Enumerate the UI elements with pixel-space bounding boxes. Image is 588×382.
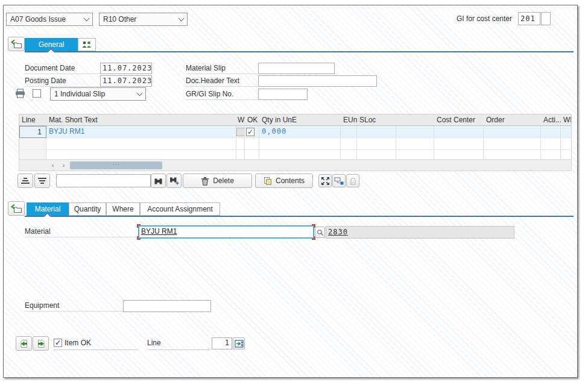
partners-icon: [81, 41, 92, 48]
w-checkbox: [236, 128, 245, 136]
delete-button[interactable]: Delete: [183, 174, 252, 188]
row1-wip-cell[interactable]: [561, 126, 572, 138]
empty-cell: [541, 150, 561, 159]
posting-date-field[interactable]: 11.07.2023: [100, 75, 152, 87]
row1-material-cell[interactable]: BYJU RM1: [46, 126, 236, 138]
material-slip-field[interactable]: [258, 63, 335, 74]
table-row: [19, 150, 571, 159]
contents-button[interactable]: Contents: [255, 174, 313, 188]
fullscreen-toggle-button[interactable]: [318, 174, 332, 187]
material-slip-label: Material Slip: [186, 63, 258, 74]
col-sloc[interactable]: SLoc: [357, 114, 396, 126]
find-next-button[interactable]: [166, 174, 182, 188]
doc-header-text-label: Doc.Header Text: [186, 75, 258, 87]
binoculars-plus-icon: [169, 177, 179, 185]
row1-sloc-cell[interactable]: [357, 126, 396, 138]
reference-select[interactable]: R10 Other: [99, 13, 188, 26]
empty-cell: [396, 138, 434, 150]
hierarchy-icon: [334, 177, 344, 185]
search-term-input[interactable]: [56, 174, 151, 187]
row1-cost-center-cell[interactable]: [434, 126, 484, 138]
empty-cell: [259, 150, 341, 159]
expand-arrows-icon: [321, 177, 330, 186]
col-line[interactable]: Line: [19, 114, 46, 126]
material-plant-value: 2830: [328, 228, 348, 236]
col-eun[interactable]: EUn: [341, 114, 357, 126]
material-input[interactable]: BYJU RM1: [138, 225, 314, 239]
tab-where[interactable]: Where: [106, 202, 140, 216]
row1-acti-cell[interactable]: [541, 126, 561, 138]
row1-ok-cell[interactable]: ✓: [245, 126, 259, 138]
material-search-help-button[interactable]: [315, 227, 325, 238]
material-label: Material: [25, 226, 138, 237]
line-label: Line: [147, 337, 161, 349]
find-button[interactable]: [151, 174, 166, 188]
document-date-field[interactable]: 11.07.2023: [100, 63, 152, 74]
individual-slip-select[interactable]: 1 Individual Slip: [50, 87, 146, 101]
items-table-header: Line Mat. Short Text W OK Qty in UnE EUn…: [19, 114, 571, 126]
equipment-field[interactable]: [123, 300, 211, 312]
empty-cell: [46, 138, 236, 150]
header-tabline: [25, 51, 574, 52]
previous-item-button[interactable]: [16, 336, 32, 351]
scroll-thumb[interactable]: ···: [70, 161, 162, 169]
tab-quantity[interactable]: Quantity: [69, 202, 106, 216]
col-ok[interactable]: OK: [245, 114, 259, 126]
action-select[interactable]: A07 Goods Issue: [6, 13, 93, 26]
row1-qty-cell[interactable]: 0,000: [259, 126, 341, 138]
search-icon: [317, 229, 324, 236]
posting-date-label: Posting Date: [25, 75, 100, 87]
sort-ascending-button[interactable]: [17, 174, 33, 188]
tab-partners[interactable]: [78, 38, 96, 51]
contents-button-label: Contents: [276, 177, 305, 185]
line-number-field[interactable]: 1: [212, 337, 232, 349]
empty-cell: [541, 138, 561, 150]
item-ok-label: Item OK: [65, 337, 91, 349]
next-item-button[interactable]: [33, 336, 49, 351]
col-order[interactable]: Order: [484, 114, 541, 126]
gi-cost-center-extension-field[interactable]: [541, 12, 551, 25]
col-qty-in-une[interactable]: Qty in UnE: [259, 114, 341, 126]
scroll-left-button[interactable]: ‹: [48, 161, 57, 170]
col-cost-center[interactable]: Cost Center: [434, 114, 484, 126]
gi-cost-center-field[interactable]: 201: [518, 12, 540, 25]
empty-cell: [19, 150, 46, 159]
empty-cell: [341, 138, 357, 150]
table-row: 1 BYJU RM1 ✓ 0,000: [19, 126, 571, 138]
folder-collapse-icon: [10, 204, 22, 213]
ok-checkbox[interactable]: ✓: [246, 128, 254, 136]
sort-descending-button[interactable]: [34, 174, 50, 188]
col-w[interactable]: W: [236, 114, 245, 126]
col-acti[interactable]: Acti...: [541, 114, 561, 126]
row1-order-cell[interactable]: [484, 126, 541, 138]
migo-window: A07 Goods Issue R10 Other GI for cost ce…: [3, 5, 578, 378]
close-detail-data-button[interactable]: [8, 201, 25, 216]
hierarchy-view-button[interactable]: [332, 174, 346, 187]
scroll-right-button[interactable]: ›: [59, 161, 68, 170]
chevron-down-icon: [137, 90, 143, 96]
table-hscroll: ‹ › ···: [19, 159, 572, 171]
delete-button-label: Delete: [213, 177, 234, 185]
print-slip-icon: [15, 89, 25, 98]
col-mat-short-text[interactable]: Mat. Short Text: [46, 114, 236, 126]
col-blank: [396, 114, 434, 126]
empty-cell: [245, 138, 259, 150]
tab-account-assignment[interactable]: Account Assignment: [140, 202, 220, 216]
empty-cell: [245, 150, 259, 159]
line-underline: [147, 349, 210, 350]
doc-header-text-field[interactable]: [258, 75, 377, 87]
empty-cell: [484, 138, 541, 150]
empty-cell: [19, 138, 46, 150]
material-input-value: BYJU RM1: [139, 227, 313, 236]
gr-gi-slip-no-field[interactable]: [258, 89, 308, 100]
col-wip-b[interactable]: WIP B: [561, 114, 572, 126]
row1-eun-cell[interactable]: [341, 126, 357, 138]
empty-cell: [259, 138, 341, 150]
empty-cell: [561, 150, 572, 159]
item-ok-checkbox[interactable]: ✓: [54, 339, 62, 347]
row1-line-cell[interactable]: 1: [19, 126, 46, 138]
goto-line-button[interactable]: [233, 337, 245, 349]
print-checkbox[interactable]: [33, 89, 41, 98]
close-header-detail-button[interactable]: [8, 37, 25, 51]
sort-descending-icon: [37, 177, 47, 185]
